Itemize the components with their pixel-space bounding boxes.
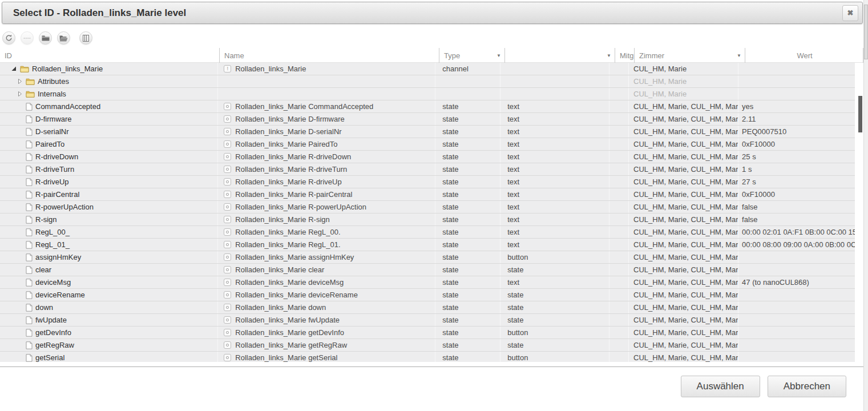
columns-button[interactable] [79, 31, 92, 45]
table-row[interactable]: CommandAcceptedRolladen_links_Marie Comm… [0, 100, 855, 113]
table-row[interactable]: R-driveUpRolladen_links_Marie R-driveUps… [0, 176, 855, 188]
column-header-role[interactable]: ▼ [505, 48, 615, 63]
table-row[interactable]: InternalsCUL_HM, Marie [0, 88, 855, 100]
table-row[interactable]: getDevInfoRolladen_links_Marie getDevInf… [0, 327, 855, 339]
collapse-arrow-icon[interactable] [11, 66, 17, 71]
page-scrollbar[interactable] [863, 0, 868, 411]
table-row[interactable]: D-firmwareRolladen_links_Marie D-firmwar… [0, 113, 855, 126]
table-row[interactable]: R-pairCentralRolladen_links_Marie R-pair… [0, 188, 855, 201]
name-label: Rolladen_links_Marie RegL_01. [235, 240, 340, 249]
filter-dropdown-icon[interactable]: ▼ [737, 53, 741, 58]
name-label: Rolladen_links_Marie clear [235, 265, 324, 274]
zimmer-value: CUL_HM, Marie [633, 90, 687, 98]
type-value: state [442, 353, 458, 362]
table-header: IDNameType▼▼MitgZimmer▼Wert [0, 48, 863, 63]
table-scrollbar-thumb[interactable] [858, 96, 862, 132]
expand-arrow-icon[interactable] [17, 91, 22, 96]
name-label: Rolladen_links_Marie deviceRename [235, 291, 358, 299]
role-cell: button [500, 327, 609, 339]
table-row[interactable]: PairedToRolladen_links_Marie PairedTosta… [0, 138, 855, 151]
table-row[interactable]: Rolladen_links_Marie!Rolladen_links_Mari… [0, 63, 855, 75]
expand-arrow-icon[interactable] [17, 79, 22, 84]
role-cell: state [500, 314, 609, 326]
role-value: text [507, 152, 519, 161]
cancel-button[interactable]: Abbrechen [768, 376, 846, 397]
role-cell: button [500, 352, 609, 362]
type-value: state [442, 152, 458, 161]
table-row[interactable]: fwUpdateRolladen_links_Marie fwUpdatesta… [0, 314, 855, 327]
role-value: button [507, 353, 528, 362]
table-row[interactable]: R-driveTurnRolladen_links_Marie R-driveT… [0, 163, 855, 176]
table-row[interactable]: getRegRawRolladen_links_Marie getRegRaws… [0, 339, 855, 352]
table-row[interactable]: R-driveDownRolladen_links_Marie R-driveD… [0, 151, 855, 163]
type-value: state [442, 316, 458, 324]
zimmer-cell: CUL_HM, Marie, CUL_HM, Marie [628, 201, 738, 213]
table-row[interactable]: deviceMsgRolladen_links_Marie deviceMsgs… [0, 276, 855, 289]
close-button[interactable]: ✖ [842, 5, 858, 21]
id-cell: fwUpdate [0, 314, 217, 326]
name-cell: Rolladen_links_Marie R-driveDown [217, 151, 435, 163]
expand-all-button[interactable] [57, 31, 70, 45]
refresh-button[interactable] [2, 31, 15, 45]
name-cell: Rolladen_links_Marie getSerial [217, 352, 435, 362]
type-value: state [442, 203, 458, 211]
name-cell: Rolladen_links_Marie getRegRaw [217, 339, 435, 351]
role-value: text [507, 178, 519, 186]
id-label: R-sign [35, 215, 57, 224]
id-cell: D-firmware [0, 113, 217, 125]
table-row[interactable]: R-powerUpActionRolladen_links_Marie R-po… [0, 201, 855, 213]
table-row[interactable]: D-serialNrRolladen_links_Marie D-serialN… [0, 126, 855, 138]
zimmer-value: CUL_HM, Marie, CUL_HM, Marie [633, 127, 738, 136]
column-header-zimmer[interactable]: Zimmer▼ [635, 48, 745, 63]
mitg-cell [609, 201, 628, 213]
column-header-label: ID [5, 51, 12, 60]
role-cell: text [500, 226, 609, 238]
wert-cell [738, 301, 855, 313]
mitg-cell [609, 314, 628, 326]
table-row[interactable]: deviceRenameRolladen_links_Marie deviceR… [0, 289, 855, 301]
table-row[interactable]: getSerialRolladen_links_Marie getSerials… [0, 352, 855, 362]
table-row[interactable]: RegL_00_Rolladen_links_Marie RegL_00.sta… [0, 226, 855, 239]
collapse-all-button[interactable] [39, 31, 52, 45]
role-cell: text [500, 126, 609, 138]
type-value: state [442, 240, 458, 249]
id-label: assignHmKey [35, 253, 81, 261]
mitg-cell [609, 239, 628, 251]
table-row[interactable]: downRolladen_links_Marie downstatestateC… [0, 301, 855, 314]
zimmer-value: CUL_HM, Marie, CUL_HM, Marie [633, 253, 738, 261]
column-header-label: Wert [797, 51, 812, 60]
file-icon [26, 228, 33, 236]
mitg-cell [609, 301, 628, 313]
table-row[interactable]: AttributesCUL_HM, Marie [0, 75, 855, 88]
role-value: text [507, 278, 519, 287]
dialog-titlebar: Select ID - Rolladen_links_Marie level ✖ [2, 2, 863, 24]
list-view-button[interactable] [21, 31, 34, 45]
table-row[interactable]: assignHmKeyRolladen_links_Marie assignHm… [0, 251, 855, 264]
zimmer-cell: CUL_HM, Marie, CUL_HM, Marie [628, 126, 738, 138]
mitg-cell [609, 226, 628, 238]
table-row[interactable]: RegL_01_Rolladen_links_Marie RegL_01.sta… [0, 239, 855, 251]
zimmer-value: CUL_HM, Marie, CUL_HM, Marie [633, 341, 738, 349]
column-header-type[interactable]: Type▼ [439, 48, 505, 63]
table-row[interactable]: R-signRolladen_links_Marie R-signstatete… [0, 213, 855, 226]
state-icon [224, 203, 231, 211]
file-icon [26, 128, 33, 136]
type-cell: state [435, 201, 500, 213]
select-button[interactable]: Auswählen [681, 376, 760, 397]
zimmer-value: CUL_HM, Marie, CUL_HM, Marie [633, 228, 738, 236]
page-scrollbar-thumb[interactable] [864, 5, 868, 59]
table-row[interactable]: clearRolladen_links_Marie clearstatestat… [0, 264, 855, 276]
mitg-cell [609, 176, 628, 188]
filter-dropdown-icon[interactable]: ▼ [607, 53, 611, 58]
role-cell [500, 88, 609, 100]
zimmer-value: CUL_HM, Marie, CUL_HM, Marie [633, 102, 738, 111]
state-icon [224, 128, 231, 135]
id-cell: clear [0, 264, 217, 276]
filter-dropdown-icon[interactable]: ▼ [496, 53, 501, 58]
file-icon [26, 241, 33, 249]
state-icon [224, 166, 231, 173]
type-cell: state [435, 138, 500, 150]
file-icon [26, 304, 33, 312]
type-value: state [442, 215, 458, 224]
mitg-cell [609, 88, 628, 100]
